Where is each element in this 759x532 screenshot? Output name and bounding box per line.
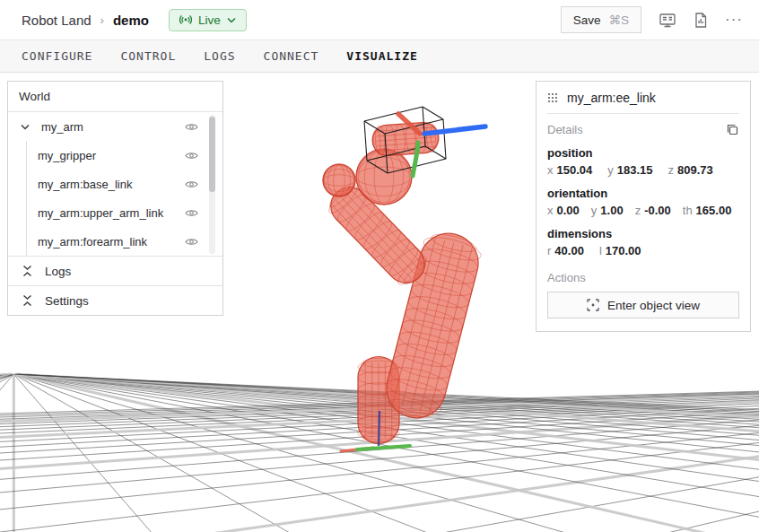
broadcast-icon: [179, 13, 192, 26]
tree-children: my_gripper my_arm:base_link my_arm:upper…: [26, 141, 222, 256]
tree-item-label: my_gripper: [27, 149, 96, 162]
report-document-button[interactable]: [694, 12, 708, 29]
live-label: Live: [198, 13, 221, 27]
selected-object-title: my_arm:ee_link: [567, 91, 656, 105]
breadcrumb: Robot Land › demo: [22, 13, 149, 28]
collapse-vertical-icon: [22, 294, 32, 307]
focus-target-icon: [587, 299, 599, 311]
more-menu-button[interactable]: ···: [725, 15, 743, 24]
details-body: Details position x150.04 y183.15 z809.73…: [537, 114, 750, 331]
tab-visualize[interactable]: VISUALIZE: [346, 49, 417, 63]
machine-monitor-button[interactable]: [659, 12, 676, 29]
settings-section-label: Settings: [45, 294, 89, 308]
tab-connect[interactable]: CONNECT: [264, 49, 319, 63]
enter-object-view-button[interactable]: Enter object view: [547, 292, 739, 318]
tree-item-label: my_arm:base_link: [27, 178, 133, 191]
dimensions-values: r40.00 l170.00: [547, 244, 739, 257]
tree-item-label: my_arm:forearm_link: [27, 235, 147, 249]
logs-section-label: Logs: [45, 265, 71, 278]
position-values: x150.04 y183.15 z809.73: [547, 163, 739, 177]
enter-object-view-label: Enter object view: [607, 299, 700, 312]
logs-section-toggle[interactable]: Logs: [8, 256, 222, 285]
visibility-eye-icon[interactable]: [185, 179, 198, 189]
world-panel: World my_arm my_gripper: [7, 81, 223, 316]
actions-heading: Actions: [547, 271, 739, 284]
world-tree: my_arm my_gripper my_arm:base_link: [8, 112, 222, 256]
tree-item-label: my_arm: [41, 120, 83, 134]
save-shortcut: ⌘S: [609, 13, 630, 27]
chevron-down-icon: [227, 17, 236, 23]
orientation-values: x0.00 y1.00 z-0.00 th165.00: [547, 204, 739, 217]
monitor-icon: [659, 12, 676, 29]
header-actions: Save ⌘S: [561, 6, 743, 33]
tree-item-forearm-link[interactable]: my_arm:forearm_link: [27, 227, 222, 256]
save-button[interactable]: Save ⌘S: [561, 6, 641, 33]
settings-section-toggle[interactable]: Settings: [8, 285, 222, 315]
collapse-vertical-icon: [22, 265, 32, 277]
scrollbar-thumb[interactable]: [209, 117, 215, 192]
tree-item-my-arm[interactable]: my_arm: [8, 112, 222, 141]
visibility-eye-icon[interactable]: [185, 208, 198, 218]
app-window: Robot Land › demo Live Save ⌘S: [0, 0, 759, 532]
ellipsis-icon: ···: [725, 15, 743, 24]
position-label: position: [547, 146, 739, 160]
tab-control[interactable]: CONTROL: [120, 49, 176, 63]
tree-scrollbar[interactable]: [209, 115, 215, 254]
tree-item-base-link[interactable]: my_arm:base_link: [27, 170, 222, 198]
breadcrumb-machine[interactable]: demo: [113, 13, 149, 28]
selected-object-header: my_arm:ee_link: [537, 82, 750, 113]
tree-item-label: my_arm:upper_arm_link: [27, 206, 163, 220]
top-header: Robot Land › demo Live Save ⌘S: [0, 0, 759, 40]
breadcrumb-org[interactable]: Robot Land: [22, 13, 92, 28]
primary-tabs: CONFIGURE CONTROL LOGS CONNECT VISUALIZE: [0, 40, 759, 73]
orientation-label: orientation: [547, 187, 739, 200]
save-label: Save: [573, 13, 601, 27]
drag-handle-icon[interactable]: [547, 92, 558, 103]
tree-item-upper-arm-link[interactable]: my_arm:upper_arm_link: [27, 198, 222, 227]
visibility-eye-icon[interactable]: [185, 122, 198, 132]
visibility-eye-icon[interactable]: [185, 151, 198, 161]
chevron-down-icon[interactable]: [21, 124, 30, 130]
live-status-button[interactable]: Live: [169, 9, 247, 31]
selected-object-panel: my_arm:ee_link Details position x150.04 …: [536, 81, 751, 332]
visibility-eye-icon[interactable]: [185, 237, 198, 247]
report-document-icon: [694, 12, 708, 29]
tab-configure[interactable]: CONFIGURE: [22, 49, 92, 63]
dimensions-label: dimensions: [547, 227, 739, 240]
details-heading: Details: [547, 123, 583, 136]
copy-icon[interactable]: [726, 123, 739, 136]
tab-logs[interactable]: LOGS: [204, 49, 235, 63]
world-panel-title: World: [8, 82, 222, 112]
tree-item-my-gripper[interactable]: my_gripper: [27, 141, 222, 170]
breadcrumb-separator: ›: [100, 13, 104, 27]
